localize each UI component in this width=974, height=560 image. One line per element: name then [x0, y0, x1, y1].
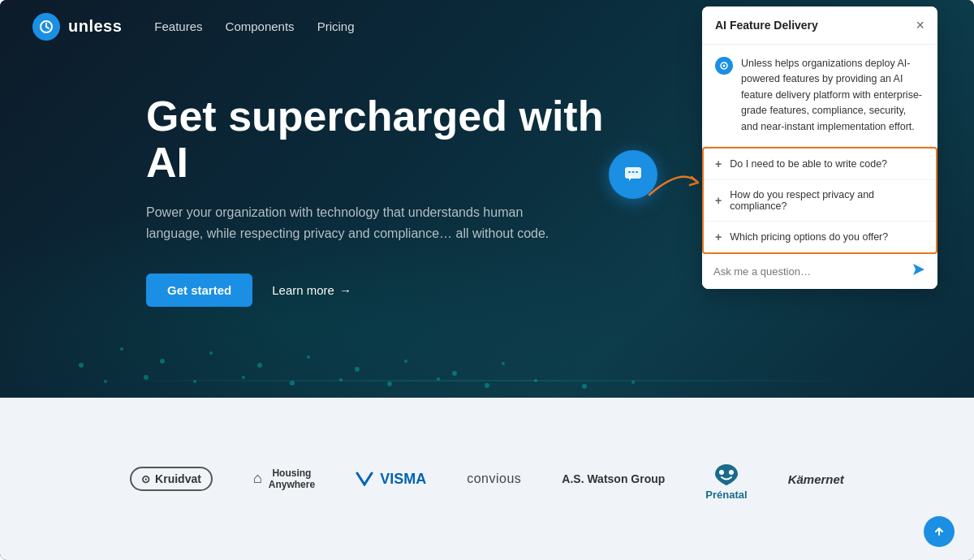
svg-point-16	[144, 375, 149, 380]
faq-plus-icon-3: +	[715, 230, 722, 243]
logo-convious: convious	[467, 472, 521, 486]
logo[interactable]: unless	[32, 13, 122, 41]
ai-message-row: Unless helps organizations deploy AI-pow…	[715, 56, 924, 135]
faq-section: + Do I need to be able to write code? + …	[702, 147, 937, 254]
svg-point-5	[79, 363, 84, 368]
logos-section: ⊙ Kruidvat ⌂ HousingAnywhere VISMA convi…	[0, 398, 974, 560]
panel-arrow	[641, 162, 706, 206]
kruidvat-name: Kruidvat	[155, 472, 201, 485]
hero-subtitle: Power your organization with technology …	[146, 202, 552, 243]
kamernet-name: Kämernet	[788, 472, 844, 486]
ai-panel: AI Feature Delivery × Unless helps organ…	[702, 6, 937, 289]
chat-input[interactable]	[713, 265, 912, 278]
panel-title: AI Feature Delivery	[715, 19, 818, 32]
svg-point-21	[387, 381, 392, 386]
svg-point-9	[257, 363, 262, 368]
svg-point-7	[160, 359, 165, 364]
svg-point-17	[193, 380, 196, 383]
svg-point-12	[404, 360, 407, 363]
faq-item-2[interactable]: + How do you respect privacy and complia…	[704, 180, 936, 222]
svg-point-30	[729, 470, 734, 475]
prenatal-name: Prénatal	[705, 489, 747, 501]
housing-icon: ⌂	[253, 469, 262, 488]
svg-point-6	[120, 347, 123, 351]
faq-label-2: How do you respect privacy and complianc…	[730, 189, 924, 212]
nav-links: Features Components Pricing	[154, 19, 354, 33]
svg-point-15	[104, 380, 107, 383]
convious-name: convious	[467, 472, 521, 486]
logo-prenatal: Prénatal	[705, 458, 747, 501]
svg-rect-2	[628, 171, 631, 173]
panel-header: AI Feature Delivery ×	[702, 6, 937, 45]
ai-message-text: Unless helps organizations deploy AI-pow…	[741, 56, 924, 135]
get-started-button[interactable]: Get started	[146, 274, 252, 307]
faq-item-1[interactable]: + Do I need to be able to write code?	[704, 149, 936, 180]
svg-point-22	[437, 377, 440, 381]
page-frame: unless Features Components Pricing Get s…	[0, 0, 974, 560]
panel-close-button[interactable]: ×	[916, 18, 924, 32]
logo-kruidvat: ⊙ Kruidvat	[130, 467, 213, 491]
send-button[interactable]	[912, 262, 926, 281]
panel-input-area	[702, 254, 937, 289]
svg-point-24	[534, 379, 537, 382]
svg-rect-3	[632, 171, 635, 173]
housing-name: HousingAnywhere	[269, 467, 315, 491]
logo-kamernet: Kämernet	[788, 472, 844, 486]
svg-point-11	[355, 367, 360, 372]
svg-point-18	[242, 376, 245, 379]
hero-section: unless Features Components Pricing Get s…	[0, 0, 974, 398]
svg-point-10	[307, 355, 310, 359]
panel-ai-response: Unless helps organizations deploy AI-pow…	[702, 45, 937, 147]
kruidvat-icon: ⊙	[141, 473, 150, 485]
logo-text: unless	[68, 17, 122, 36]
svg-point-29	[719, 470, 724, 475]
svg-point-26	[631, 381, 635, 384]
faq-plus-icon-2: +	[715, 194, 722, 207]
svg-point-19	[290, 381, 295, 386]
svg-rect-4	[636, 171, 638, 173]
visma-name: VISMA	[380, 471, 426, 488]
logo-visma: VISMA	[356, 471, 426, 488]
scroll-to-top-button[interactable]	[924, 516, 955, 547]
ai-avatar-icon	[715, 57, 733, 75]
svg-point-28	[723, 65, 726, 67]
svg-point-25	[582, 384, 587, 389]
hero-title: Get supercharged with AI	[146, 93, 633, 186]
learn-more-arrow: →	[339, 283, 351, 297]
faq-label-3: Which pricing options do you offer?	[730, 231, 888, 243]
nav-components[interactable]: Components	[226, 19, 295, 33]
svg-point-14	[502, 362, 505, 365]
learn-more-button[interactable]: Learn more →	[272, 283, 351, 297]
faq-plus-icon-1: +	[715, 157, 722, 170]
nav-pricing[interactable]: Pricing	[317, 19, 355, 33]
svg-point-13	[452, 371, 457, 376]
svg-point-8	[209, 351, 213, 355]
logo-housing-anywhere: ⌂ HousingAnywhere	[253, 467, 315, 491]
logo-icon	[32, 13, 60, 41]
watson-name: A.S. Watson Group	[562, 472, 665, 485]
svg-point-23	[485, 383, 489, 388]
faq-label-1: Do I need to be able to write code?	[730, 158, 887, 170]
learn-more-label: Learn more	[272, 283, 334, 297]
svg-point-20	[339, 378, 343, 381]
kruidvat-brand: ⊙ Kruidvat	[130, 467, 213, 491]
logo-watson: A.S. Watson Group	[562, 472, 665, 485]
faq-item-3[interactable]: + Which pricing options do you offer?	[704, 222, 936, 252]
nav-features[interactable]: Features	[154, 19, 202, 33]
